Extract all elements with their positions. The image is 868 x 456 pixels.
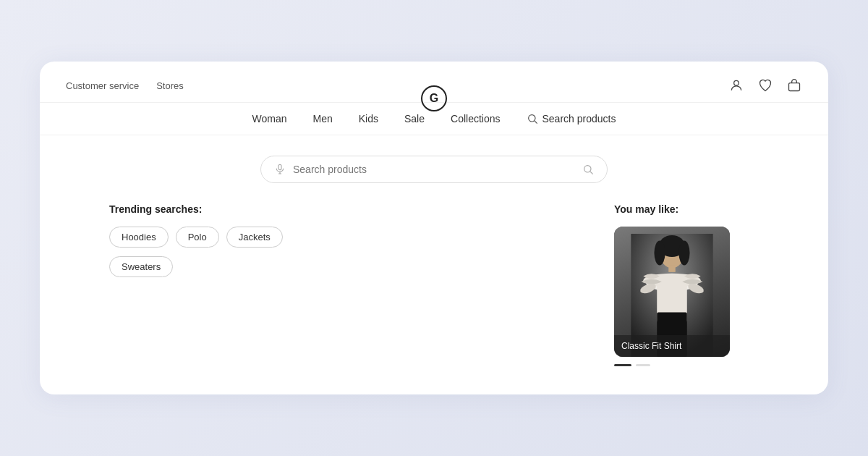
trending-title: Trending searches:: [109, 203, 585, 215]
tag-sweaters[interactable]: Sweaters: [109, 256, 173, 277]
you-may-like-title: You may like:: [614, 203, 759, 215]
top-bar-right: [728, 77, 802, 93]
dot-inactive[interactable]: [636, 364, 650, 366]
svg-line-8: [590, 172, 593, 174]
tags-row-2: Sweaters: [109, 256, 585, 277]
tag-jackets[interactable]: Jackets: [226, 227, 283, 248]
search-content: Trending searches: Hoodies Polo Jackets …: [66, 203, 802, 366]
nav-woman[interactable]: Woman: [252, 113, 287, 124]
svg-rect-14: [668, 265, 675, 271]
customer-service-link[interactable]: Customer service: [66, 80, 139, 91]
top-bar-left: Customer service Stores: [66, 80, 184, 91]
dots-row: [614, 364, 759, 366]
logo[interactable]: G: [421, 85, 447, 111]
mic-icon[interactable]: [274, 164, 286, 175]
nav-men[interactable]: Men: [313, 113, 333, 124]
logo-circle: G: [421, 85, 447, 111]
tag-hoodies[interactable]: Hoodies: [109, 227, 169, 248]
svg-point-7: [584, 166, 591, 172]
svg-rect-1: [789, 83, 800, 91]
svg-point-0: [734, 80, 739, 85]
nav-search-label: Search products: [542, 113, 616, 124]
top-bar: Customer service Stores G: [40, 62, 828, 103]
product-card[interactable]: Classic Fit Shirt: [614, 227, 730, 357]
heart-icon[interactable]: [757, 77, 773, 93]
user-icon[interactable]: [728, 77, 744, 93]
search-input[interactable]: [293, 164, 575, 175]
tags-row-1: Hoodies Polo Jackets: [109, 227, 585, 248]
logo-letter: G: [430, 92, 438, 105]
main-card: Customer service Stores G: [40, 62, 828, 394]
page-wrapper: Customer service Stores G: [0, 0, 868, 456]
dot-active[interactable]: [614, 364, 631, 366]
search-submit-icon[interactable]: [582, 164, 594, 175]
nav-search-icon: [527, 113, 538, 124]
you-may-like-section: You may like:: [614, 203, 759, 366]
tag-polo[interactable]: Polo: [176, 227, 219, 248]
svg-rect-4: [278, 164, 281, 169]
search-box-wrapper: [260, 156, 608, 183]
svg-line-3: [535, 121, 537, 124]
product-label: Classic Fit Shirt: [614, 335, 730, 357]
svg-point-13: [678, 240, 689, 265]
svg-point-2: [528, 115, 535, 122]
nav-sale[interactable]: Sale: [404, 113, 425, 124]
nav-kids[interactable]: Kids: [359, 113, 378, 124]
bag-icon[interactable]: [786, 77, 802, 93]
search-area: Trending searches: Hoodies Polo Jackets …: [40, 135, 828, 389]
stores-link[interactable]: Stores: [156, 80, 184, 91]
nav-collections[interactable]: Collections: [451, 113, 500, 124]
trending-section: Trending searches: Hoodies Polo Jackets …: [109, 203, 585, 366]
svg-point-12: [654, 240, 665, 265]
nav-search[interactable]: Search products: [527, 113, 616, 124]
